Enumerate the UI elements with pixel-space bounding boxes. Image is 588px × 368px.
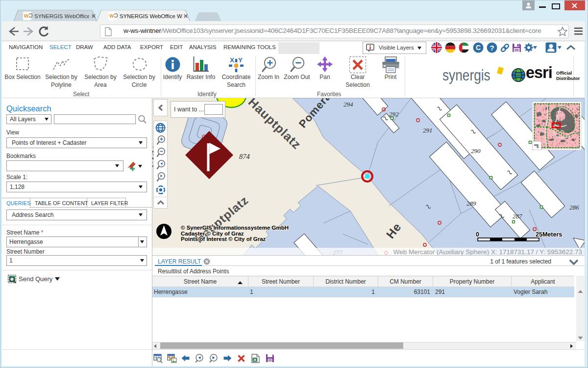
svg-text:287: 287 <box>513 212 522 220</box>
svg-text:292: 292 <box>389 110 399 118</box>
svg-text:25Meters: 25Meters <box>536 231 562 238</box>
svg-text:289: 289 <box>466 200 476 207</box>
svg-text:294: 294 <box>343 101 353 108</box>
svg-text:0: 0 <box>476 231 479 238</box>
svg-text:874: 874 <box>239 153 250 160</box>
svg-text:?: ? <box>490 44 494 52</box>
svg-text:290: 290 <box>471 147 481 155</box>
svg-text:Points of Interest © City of G: Points of Interest © City of Graz <box>181 236 266 242</box>
svg-text:© SynerGIS Informationssysteme: © SynerGIS Informationssysteme GmbH <box>181 225 289 231</box>
svg-text:Y: Y <box>238 56 243 64</box>
svg-text:Cadaster © City of Graz: Cadaster © City of Graz <box>181 231 244 237</box>
svg-text:Web Mercator (Auxiliary Sphere: Web Mercator (Auxiliary Sphere) X: 17187… <box>393 248 582 256</box>
svg-text:291: 291 <box>423 127 433 134</box>
svg-text:C: C <box>476 44 481 52</box>
svg-text:X: X <box>230 56 234 64</box>
svg-text:286: 286 <box>569 204 579 211</box>
